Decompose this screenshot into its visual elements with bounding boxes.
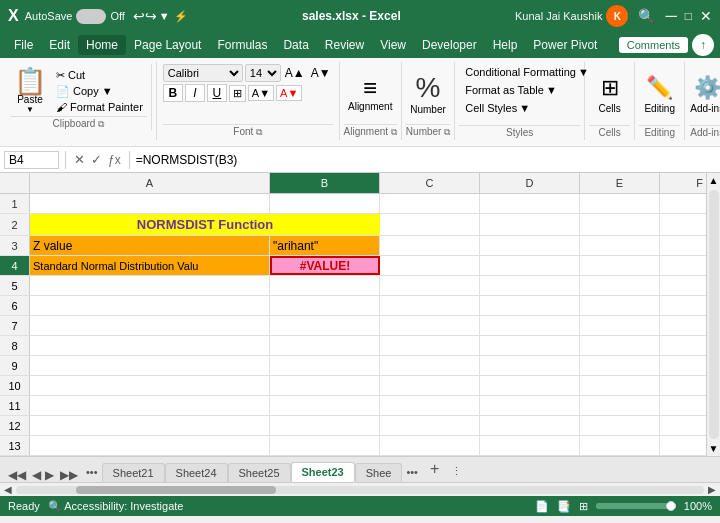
cell-a7[interactable] <box>30 316 270 335</box>
cell-f12[interactable] <box>660 416 706 435</box>
cell-d6[interactable] <box>480 296 580 315</box>
cell-a9[interactable] <box>30 356 270 375</box>
cell-e4[interactable] <box>580 256 660 275</box>
zoom-level[interactable]: 100% <box>684 500 712 512</box>
cell-styles-button[interactable]: Cell Styles▼ <box>459 100 580 116</box>
cell-d10[interactable] <box>480 376 580 395</box>
cell-b10[interactable] <box>270 376 380 395</box>
cell-c3[interactable] <box>380 236 480 255</box>
maximize-button[interactable]: □ <box>685 9 692 23</box>
row-header-7[interactable]: 7 <box>0 316 30 335</box>
cell-b6[interactable] <box>270 296 380 315</box>
row-header-4[interactable]: 4 <box>0 256 30 275</box>
format-painter-button[interactable]: 🖌 Format Painter <box>52 100 147 114</box>
menu-page-layout[interactable]: Page Layout <box>126 35 209 55</box>
cell-e9[interactable] <box>580 356 660 375</box>
sheet-tab-sheet25[interactable]: Sheet25 <box>228 463 291 482</box>
col-header-b[interactable]: B <box>270 173 380 193</box>
font-color-button[interactable]: A▼ <box>276 85 302 101</box>
menu-edit[interactable]: Edit <box>41 35 78 55</box>
sheet-tab-sheet21[interactable]: Sheet21 <box>102 463 165 482</box>
cell-e8[interactable] <box>580 336 660 355</box>
font-size-select[interactable]: 14 <box>245 64 281 82</box>
border-button[interactable]: ⊞ <box>229 85 246 102</box>
insert-function-button[interactable]: ƒx <box>106 153 123 167</box>
cut-button[interactable]: ✂ Cut <box>52 68 147 83</box>
col-header-c[interactable]: C <box>380 173 480 193</box>
cell-e13[interactable] <box>580 436 660 455</box>
close-button[interactable]: ✕ <box>700 8 712 24</box>
cell-c6[interactable] <box>380 296 480 315</box>
undo-button[interactable]: ↩ <box>133 8 145 24</box>
col-header-d[interactable]: D <box>480 173 580 193</box>
cell-b12[interactable] <box>270 416 380 435</box>
paste-button[interactable]: 📋 Paste ▼ <box>10 66 50 116</box>
formula-input[interactable] <box>136 153 716 167</box>
conditional-format-button[interactable]: Conditional Formatting▼ <box>459 64 580 80</box>
sheet-tab-sheet24[interactable]: Sheet24 <box>165 463 228 482</box>
cell-b5[interactable] <box>270 276 380 295</box>
cell-a10[interactable] <box>30 376 270 395</box>
more-commands[interactable]: ▼ <box>159 10 170 22</box>
bold-button[interactable]: B <box>163 84 183 102</box>
cell-a12[interactable] <box>30 416 270 435</box>
cell-b3[interactable]: "arihant" <box>270 236 380 255</box>
cancel-formula-button[interactable]: ✕ <box>72 152 87 167</box>
cell-e3[interactable] <box>580 236 660 255</box>
row-header-12[interactable]: 12 <box>0 416 30 435</box>
search-button[interactable]: 🔍 <box>638 8 655 24</box>
cell-c9[interactable] <box>380 356 480 375</box>
tab-ellipsis-right[interactable]: ••• <box>402 462 422 482</box>
cell-f13[interactable] <box>660 436 706 455</box>
cell-c13[interactable] <box>380 436 480 455</box>
cell-f3[interactable] <box>660 236 706 255</box>
cell-a13[interactable] <box>30 436 270 455</box>
underline-button[interactable]: U <box>207 84 227 102</box>
scroll-track[interactable] <box>16 486 704 494</box>
scroll-right-button[interactable]: ▶ <box>708 484 716 495</box>
cell-e7[interactable] <box>580 316 660 335</box>
menu-power-pivot[interactable]: Power Pivot <box>525 35 605 55</box>
add-sheet-button[interactable]: + <box>422 456 447 482</box>
cell-e6[interactable] <box>580 296 660 315</box>
redo-button[interactable]: ↪ <box>145 8 157 24</box>
cell-f11[interactable] <box>660 396 706 415</box>
cell-f7[interactable] <box>660 316 706 335</box>
cell-d4[interactable] <box>480 256 580 275</box>
cell-d5[interactable] <box>480 276 580 295</box>
cell-f9[interactable] <box>660 356 706 375</box>
cell-c10[interactable] <box>380 376 480 395</box>
cell-d12[interactable] <box>480 416 580 435</box>
cell-d7[interactable] <box>480 316 580 335</box>
tab-nav-left[interactable]: ◀◀ <box>4 468 30 482</box>
cell-c12[interactable] <box>380 416 480 435</box>
row-header-13[interactable]: 13 <box>0 436 30 455</box>
cell-a3[interactable]: Z value <box>30 236 270 255</box>
cell-f2[interactable] <box>660 214 706 235</box>
scroll-thumb[interactable] <box>76 486 276 494</box>
cell-f4[interactable] <box>660 256 706 275</box>
confirm-formula-button[interactable]: ✓ <box>89 152 104 167</box>
page-view-button[interactable]: 📄 <box>535 500 549 513</box>
sheet-tab-shee[interactable]: Shee <box>355 463 403 482</box>
cell-e5[interactable] <box>580 276 660 295</box>
sheet-tab-sheet23[interactable]: Sheet23 <box>291 462 355 482</box>
share-button[interactable]: ↑ <box>692 34 714 56</box>
cell-a2[interactable]: NORMSDIST Function <box>30 214 380 235</box>
menu-help[interactable]: Help <box>485 35 526 55</box>
zoom-slider[interactable] <box>596 503 676 509</box>
copy-button[interactable]: 📄 Copy ▼ <box>52 84 147 99</box>
row-header-8[interactable]: 8 <box>0 336 30 355</box>
cell-reference-box[interactable] <box>4 151 59 169</box>
cell-f10[interactable] <box>660 376 706 395</box>
cell-c7[interactable] <box>380 316 480 335</box>
col-header-e[interactable]: E <box>580 173 660 193</box>
layout-view-button[interactable]: 📑 <box>557 500 571 513</box>
cell-d11[interactable] <box>480 396 580 415</box>
row-header-9[interactable]: 9 <box>0 356 30 375</box>
font-name-select[interactable]: Calibri <box>163 64 243 82</box>
cell-c5[interactable] <box>380 276 480 295</box>
row-header-5[interactable]: 5 <box>0 276 30 295</box>
increase-font-button[interactable]: A▲ <box>283 65 307 81</box>
tab-nav-next[interactable]: ▶ <box>43 468 56 482</box>
